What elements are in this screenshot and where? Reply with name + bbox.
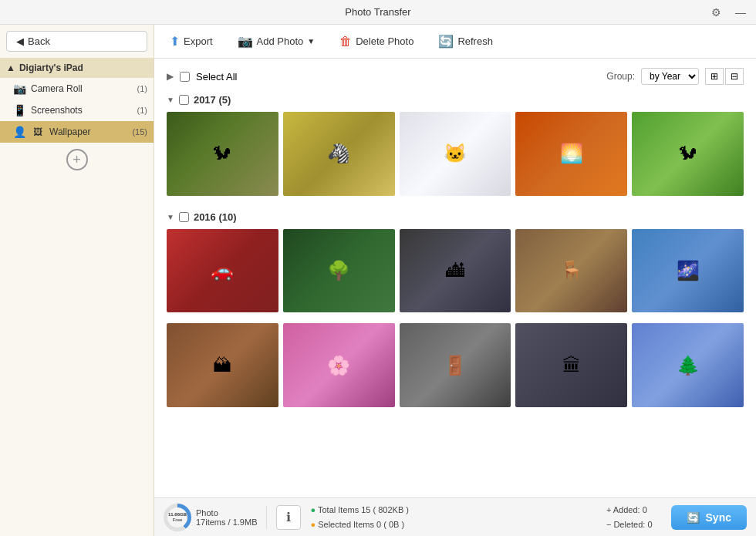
minimize-button[interactable]: — [731, 5, 750, 20]
photo-content[interactable]: ▶ Select All Group: by Year ⊞ ⊟ ▼ [154, 59, 756, 497]
add-photo-button[interactable]: 📷 Add Photo ▼ [231, 31, 322, 52]
device-name: Digiarty's iPad [19, 62, 83, 73]
sidebar-item-screenshots[interactable]: 📱 Screenshots (1) [0, 99, 154, 121]
device-arrow-icon: ▲ [6, 62, 15, 73]
list-view-button[interactable]: ⊟ [725, 68, 744, 85]
photo-thumb[interactable]: 🦓 [283, 112, 395, 196]
sync-label: Sync [706, 511, 731, 524]
select-all-label: Select All [196, 71, 237, 83]
year-2017-label: 2017 (5) [194, 94, 231, 106]
delete-icon: 🗑 [339, 35, 352, 49]
sidebar-item-camera-roll[interactable]: 📷 Camera Roll (1) [0, 78, 154, 99]
toolbar: ⬆ Export 📷 Add Photo ▼ 🗑 Delete Photo 🔄 … [154, 25, 756, 59]
status-right: + Added: 0 − Deleted: 0 [606, 503, 653, 531]
app-body: ◀ Back ▲ Digiarty's iPad 📷 Camera Roll (… [0, 25, 756, 536]
export-icon: ⬆ [170, 34, 180, 49]
screenshots-icon: 📱 [12, 104, 26, 116]
photo-thumb[interactable]: 🏙 [400, 229, 511, 313]
refresh-button[interactable]: 🔄 Refresh [432, 31, 499, 52]
photo-thumb[interactable]: 🐿 [167, 112, 278, 196]
year-header-2017[interactable]: ▼ 2017 (5) [160, 91, 750, 109]
delete-photo-label: Delete Photo [356, 35, 413, 47]
storage-free-label: Free [173, 517, 183, 523]
refresh-label: Refresh [457, 35, 493, 47]
minus-icon: − [606, 520, 611, 529]
year-group-2017: ▼ 2017 (5) 🐿 🦓 🐱 🌅 [160, 91, 750, 199]
info-icon: ℹ [276, 505, 301, 530]
storage-gb: 11.66GB [168, 512, 187, 517]
add-photo-icon: 📷 [238, 34, 253, 49]
photo-grid-2016-row2: 🏔 🌸 🚪 🏛 🌲 [160, 320, 750, 410]
year-arrow-2016-icon: ▼ [167, 213, 174, 221]
export-label: Export [184, 35, 213, 47]
title-bar: Photo Transfer ⚙ — [0, 0, 756, 25]
play-arrow-icon: ▶ [167, 71, 174, 82]
back-arrow-icon: ◀ [16, 35, 24, 47]
sidebar-item-wallpaper[interactable]: 👤 🖼 Wallpaper (15) [0, 121, 154, 143]
window-controls: ⚙ — [707, 5, 750, 20]
refresh-icon: 🔄 [438, 34, 454, 49]
camera-roll-count: (1) [137, 84, 147, 93]
group-select[interactable]: by Year [641, 68, 699, 85]
added-label: Added: 0 [613, 505, 647, 514]
app-title: Photo Transfer [345, 6, 410, 18]
photo-thumb[interactable]: 🚗 [167, 229, 278, 313]
selected-items-label: Selected Items 0 ( 0B ) [318, 520, 404, 529]
status-items: ● Total Items 15 ( 802KB ) ● Selected It… [310, 503, 409, 531]
plus-icon: + [606, 505, 611, 514]
photo-grid-2017: 🐿 🦓 🐱 🌅 🐿 [160, 109, 750, 199]
device-section[interactable]: ▲ Digiarty's iPad [0, 58, 154, 78]
photo-thumb[interactable]: 🐿 [632, 112, 744, 196]
screenshots-label: Screenshots [31, 105, 133, 116]
storage-info: 11.66GB Free Photo 17items / 1.9MB [164, 504, 257, 531]
group-label: Group: [606, 71, 635, 82]
year-2016-label: 2016 (10) [194, 211, 237, 223]
photo-thumb[interactable]: 🌳 [283, 229, 395, 313]
delete-photo-button[interactable]: 🗑 Delete Photo [333, 32, 420, 52]
storage-detail: 17items / 1.9MB [196, 517, 257, 527]
photo-thumb[interactable]: 🌅 [515, 112, 627, 196]
deleted-label: Deleted: 0 [613, 520, 652, 529]
total-items-label: Total Items 15 ( 802KB ) [318, 505, 409, 514]
export-button[interactable]: ⬆ Export [164, 31, 219, 52]
user-icon: 👤 [12, 126, 26, 138]
storage-circle: 11.66GB Free [164, 504, 191, 531]
grouping-controls: Group: by Year ⊞ ⊟ [606, 68, 744, 85]
photo-thumb[interactable]: 🌲 [632, 323, 744, 407]
add-photo-dropdown-icon: ▼ [307, 37, 315, 46]
sync-icon: 🔄 [687, 511, 700, 524]
photo-thumb[interactable]: 🚪 [400, 323, 511, 407]
view-toggle: ⊞ ⊟ [705, 68, 744, 85]
status-bar: 11.66GB Free Photo 17items / 1.9MB ℹ ● T… [154, 497, 756, 536]
wallpaper-label: Wallpaper [49, 126, 127, 137]
yellow-dot-icon: ● [310, 520, 316, 529]
year-2016-checkbox[interactable] [179, 212, 189, 222]
photo-thumb[interactable]: 🐱 [400, 112, 511, 196]
photo-thumb[interactable]: 🪑 [515, 229, 627, 313]
photo-thumb[interactable]: 🌸 [283, 323, 395, 407]
photo-thumb[interactable]: 🌌 [632, 229, 744, 313]
year-group-2016: ▼ 2016 (10) 🚗 🌳 🏙 🪑 [160, 208, 750, 410]
select-all-bar: ▶ Select All Group: by Year ⊞ ⊟ [160, 65, 750, 91]
back-label: Back [28, 35, 50, 47]
wallpaper-count: (15) [132, 127, 147, 137]
grid-view-button[interactable]: ⊞ [705, 68, 724, 85]
sync-button[interactable]: 🔄 Sync [671, 505, 747, 530]
add-photo-label: Add Photo [257, 35, 304, 47]
content-area: ⬆ Export 📷 Add Photo ▼ 🗑 Delete Photo 🔄 … [154, 25, 756, 536]
settings-button[interactable]: ⚙ [707, 5, 725, 20]
select-all-checkbox[interactable] [180, 72, 190, 82]
storage-photo-label: Photo [196, 508, 257, 517]
year-header-2016[interactable]: ▼ 2016 (10) [160, 208, 750, 226]
year-2017-checkbox[interactable] [179, 95, 189, 105]
wallpaper-icon: 🖼 [31, 126, 45, 137]
status-divider [266, 506, 267, 529]
camera-icon: 📷 [12, 83, 26, 95]
photo-thumb[interactable]: 🏛 [515, 323, 627, 407]
back-button[interactable]: ◀ Back [6, 31, 147, 52]
sidebar: ◀ Back ▲ Digiarty's iPad 📷 Camera Roll (… [0, 25, 154, 536]
green-dot-icon: ● [310, 505, 316, 514]
photo-thumb[interactable]: 🏔 [167, 323, 278, 407]
add-album-button[interactable]: + [66, 149, 88, 170]
screenshots-count: (1) [137, 106, 147, 115]
